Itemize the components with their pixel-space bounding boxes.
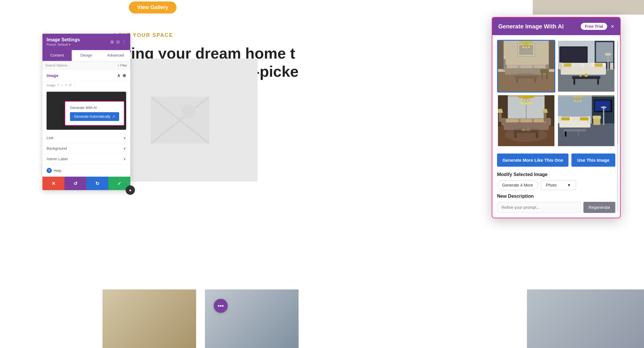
- regenerate-button[interactable]: Regenerate: [583, 202, 615, 213]
- svg-point-19: [528, 46, 530, 48]
- svg-point-17: [523, 46, 524, 48]
- image-section: Image ∧ ⊕: [42, 70, 130, 81]
- svg-rect-112: [561, 117, 570, 120]
- toolbar-menu[interactable]: ⋮: [73, 83, 76, 87]
- svg-rect-116: [565, 132, 566, 137]
- admin-label-section[interactable]: Admin Label ∨: [42, 154, 130, 164]
- chat-icon: •••: [217, 303, 224, 309]
- svg-rect-56: [597, 79, 599, 84]
- svg-rect-32: [540, 69, 549, 73]
- panel-tabs: Content Design Advanced: [42, 50, 130, 61]
- link-label: Link: [47, 136, 54, 140]
- image-section-icons: ∧ ⊕: [117, 73, 126, 78]
- generate-auto-label: Generate Automatically: [74, 115, 110, 119]
- toolbar-undo[interactable]: ↺: [69, 83, 71, 87]
- svg-point-18: [525, 47, 527, 48]
- floating-dot[interactable]: ●: [126, 185, 135, 195]
- search-label: Search Options: [45, 64, 117, 67]
- svg-rect-49: [573, 63, 581, 67]
- svg-point-87: [505, 128, 547, 142]
- image-section-header[interactable]: Image ∧ ⊕: [47, 73, 126, 78]
- panel-icon-more[interactable]: ⋮: [122, 40, 126, 44]
- image-preview-area: Generate With AI Generate Automatically …: [47, 92, 126, 130]
- filter-button[interactable]: + Filter: [117, 64, 127, 67]
- background-label: Background: [47, 146, 67, 151]
- close-modal-button[interactable]: ×: [611, 23, 614, 29]
- bottom-image-1: [102, 289, 196, 348]
- svg-rect-99: [596, 102, 609, 110]
- panel-preset: Preset: Default ▾: [47, 43, 80, 47]
- modify-section: Modify Selected Image Generate 4 More Ph…: [492, 170, 620, 194]
- tab-advanced[interactable]: Advanced: [101, 50, 130, 61]
- more-icon[interactable]: ⊕: [122, 73, 126, 78]
- link-chevron: ∨: [123, 136, 126, 140]
- panel-title: Image Settings: [47, 37, 80, 42]
- svg-rect-50: [583, 63, 591, 67]
- svg-rect-22: [506, 65, 518, 68]
- bottom-image-3: [527, 289, 644, 348]
- toolbar-help[interactable]: ?: [57, 83, 59, 87]
- panel-icon-columns[interactable]: ⊟: [116, 40, 120, 44]
- tab-design[interactable]: Design: [72, 50, 101, 61]
- svg-point-106: [577, 100, 579, 102]
- cancel-button[interactable]: ✕: [42, 177, 64, 190]
- image-settings-panel: Image Settings Preset: Default ▾ ⊞ ⊟ ⋮ C…: [42, 34, 130, 190]
- ai-modal-header: Generate Image With AI Free Trial ×: [492, 18, 620, 35]
- background-chevron: ∨: [123, 146, 126, 151]
- generate-more-button[interactable]: Generate More Like This One: [497, 153, 568, 167]
- description-input[interactable]: [497, 202, 581, 213]
- generate-ai-label: Generate With AI: [70, 106, 119, 110]
- bottom-image-2: [205, 289, 299, 348]
- svg-rect-117: [578, 132, 579, 137]
- view-gallery-button[interactable]: View Gallery: [129, 1, 177, 13]
- toolbar-arrow[interactable]: ↗: [64, 83, 67, 87]
- background-section[interactable]: Background ∨: [42, 143, 130, 154]
- svg-rect-23: [520, 65, 532, 68]
- svg-point-73: [525, 103, 527, 105]
- ai-modal-title: Generate Image With AI: [498, 23, 564, 30]
- chat-button[interactable]: •••: [214, 299, 228, 313]
- svg-point-121: [601, 106, 607, 109]
- svg-rect-114: [580, 117, 588, 120]
- svg-rect-80: [520, 119, 532, 122]
- collapse-icon[interactable]: ∧: [117, 73, 121, 78]
- svg-point-72: [521, 102, 523, 104]
- panel-header: Image Settings Preset: Default ▾ ⊞ ⊟ ⋮: [42, 34, 130, 50]
- ai-image-2[interactable]: [557, 40, 615, 93]
- svg-rect-77: [501, 118, 506, 126]
- admin-label-text: Admin Label: [47, 157, 68, 161]
- use-image-button[interactable]: Use This Image: [571, 153, 615, 167]
- svg-rect-24: [535, 65, 546, 68]
- ai-image-1[interactable]: [497, 40, 555, 93]
- generate-ai-popup: Generate With AI Generate Automatically …: [65, 101, 124, 126]
- help-section[interactable]: ? Help: [42, 164, 130, 177]
- generate-automatically-button[interactable]: Generate Automatically ↗: [70, 112, 119, 121]
- svg-rect-37: [549, 41, 554, 69]
- svg-rect-44: [560, 47, 587, 62]
- svg-rect-59: [607, 55, 609, 70]
- undo-button[interactable]: ↺: [64, 177, 86, 190]
- cursor-icon: ↗: [112, 115, 115, 119]
- ai-image-3[interactable]: [497, 94, 555, 147]
- svg-rect-55: [573, 79, 575, 84]
- image-toolbar: Image ? □ ↗ ↺ ⋮: [42, 81, 130, 89]
- redo-button[interactable]: ↻: [86, 177, 108, 190]
- ai-image-4[interactable]: [557, 94, 615, 147]
- svg-rect-110: [558, 116, 562, 123]
- photo-chevron: ▼: [567, 183, 571, 187]
- panel-icon-grid[interactable]: ⊞: [110, 40, 114, 44]
- toolbar-box[interactable]: □: [61, 83, 63, 87]
- photo-select[interactable]: Photo ▼: [541, 180, 576, 190]
- svg-rect-34: [546, 73, 547, 79]
- ai-action-buttons: Generate More Like This One Use This Ima…: [492, 150, 620, 170]
- svg-rect-88: [499, 113, 502, 122]
- generate-4-button[interactable]: Generate 4 More: [497, 180, 538, 190]
- description-row: Regenerate: [497, 202, 615, 213]
- panel-header-left: Image Settings Preset: Default ▾: [47, 37, 80, 47]
- ai-modal-header-right: Free Trial ×: [581, 23, 614, 30]
- tab-content[interactable]: Content: [42, 50, 72, 61]
- svg-rect-48: [564, 63, 571, 67]
- svg-point-107: [580, 100, 581, 102]
- help-icon: ?: [47, 168, 52, 173]
- link-section[interactable]: Link ∨: [42, 133, 130, 143]
